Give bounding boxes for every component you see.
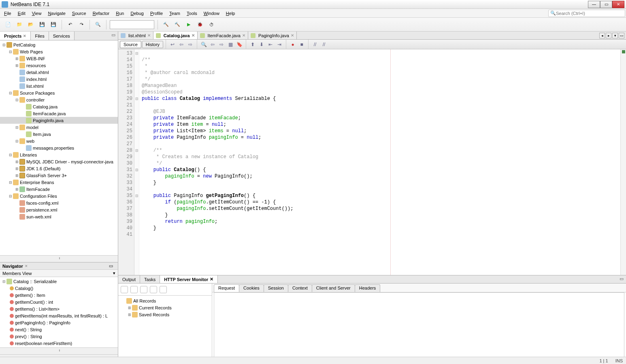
tree-item[interactable]: ⊞resources <box>0 62 118 69</box>
minimize-panel-icon[interactable]: ▭ <box>617 275 626 283</box>
minimize-button[interactable]: — <box>588 1 600 8</box>
navigator-item[interactable]: getNextItems(int maxResults, int firstRe… <box>0 312 118 319</box>
close-icon[interactable]: ✕ <box>242 33 245 38</box>
forward-icon[interactable]: ⇨ <box>186 40 194 49</box>
navigator-item[interactable]: next() : String <box>0 326 118 333</box>
tree-item[interactable]: ⊞JDK 1.6 (Default) <box>0 165 118 172</box>
highlight-icon[interactable]: ▦ <box>226 40 234 49</box>
maximize-editor-icon[interactable]: ▭ <box>619 33 624 38</box>
clean-build-button[interactable]: 🔨 <box>172 20 182 30</box>
horizontal-scrollbar[interactable] <box>0 347 118 354</box>
timestamp-icon[interactable] <box>160 286 167 293</box>
editor-tab[interactable]: list.xhtml✕ <box>118 32 153 39</box>
close-icon[interactable]: ✕ <box>291 33 294 38</box>
navigator-item[interactable]: Catalog() <box>0 285 118 292</box>
shift-left-icon[interactable]: ⇤ <box>266 40 275 49</box>
navigator-item[interactable]: getItems() : List<Item> <box>0 305 118 312</box>
code-area[interactable]: /** * * @author carol mcdonald */ @Manag… <box>139 49 620 275</box>
build-button[interactable]: 🔨 <box>161 20 171 30</box>
close-icon[interactable]: ✕ <box>210 277 213 282</box>
tasks-tab[interactable]: Tasks <box>140 275 160 283</box>
find-sel-icon[interactable]: 🔍 <box>200 40 208 49</box>
quick-search[interactable]: 🔍 <box>548 10 625 17</box>
find-next-icon[interactable]: ⇨ <box>217 40 226 49</box>
tree-item[interactable]: persistence.xml <box>0 206 118 213</box>
tab-list-icon[interactable]: ▾ <box>612 33 618 38</box>
monitor-subtab-request[interactable]: Request <box>214 284 239 292</box>
next-bookmark-icon[interactable]: ⬇ <box>258 40 266 49</box>
tree-item[interactable]: ⊞WEB-INF <box>0 55 118 62</box>
maximize-button[interactable]: ▭ <box>600 1 612 8</box>
monitor-subtab-client-and-server[interactable]: Client and Server <box>312 284 355 292</box>
monitor-subtab-headers[interactable]: Headers <box>355 284 381 292</box>
new-project-button[interactable]: 📁 <box>15 20 24 30</box>
minimize-panel-icon[interactable]: ▭ <box>109 32 118 40</box>
undo-button[interactable]: ↶ <box>65 20 75 30</box>
close-icon[interactable]: ✕ <box>147 33 151 38</box>
back-icon[interactable]: ⇦ <box>177 40 185 49</box>
menu-file[interactable]: File <box>1 10 15 17</box>
error-stripe[interactable] <box>620 49 626 275</box>
close-icon[interactable]: ✕ <box>192 33 195 38</box>
last-edit-icon[interactable]: ↩ <box>168 40 177 49</box>
navigator-root[interactable]: ⊟Catalog :: Serializable <box>0 278 118 285</box>
tree-item[interactable]: ⊟Configuration Files <box>0 193 118 199</box>
monitor-subtab-cookies[interactable]: Cookies <box>239 284 264 292</box>
tree-item[interactable]: ⊟controller <box>0 96 118 103</box>
prev-bookmark-icon[interactable]: ⬆ <box>249 40 257 49</box>
tree-item[interactable]: messages.properties <box>0 144 118 151</box>
macro-stop-icon[interactable]: ■ <box>298 40 306 49</box>
projects-tab[interactable]: Projects✕ <box>0 32 31 40</box>
menu-navigate[interactable]: Navigate <box>45 10 68 17</box>
tree-item[interactable]: index.html <box>0 76 118 83</box>
records-tree[interactable]: All Records ⊞Current Records ⊞Saved Reco… <box>118 296 212 364</box>
tree-item[interactable]: detail.xhtml <box>0 69 118 76</box>
menu-team[interactable]: Team <box>166 10 183 17</box>
navigator-view-select[interactable]: Members View▾ <box>0 270 118 277</box>
navigator-item[interactable]: getItem() : Item <box>0 292 118 298</box>
redo-button[interactable]: ↷ <box>77 20 86 30</box>
fold-column[interactable]: ⊟ ⊟ ⊟ ⊟ ⊟ <box>134 49 139 275</box>
services-tab[interactable]: Services <box>49 32 75 40</box>
tree-item[interactable]: ⊟model <box>0 124 118 131</box>
menu-debug[interactable]: Debug <box>127 10 147 17</box>
http-monitor-tab[interactable]: HTTP Server Monitor✕ <box>160 275 218 283</box>
tree-item[interactable]: sun-web.xml <box>0 213 118 220</box>
open-project-button[interactable]: 📂 <box>26 20 36 30</box>
files-tab[interactable]: Files <box>31 32 49 40</box>
sort-time-icon[interactable] <box>130 286 138 293</box>
tree-item[interactable]: PagingInfo.java <box>0 117 118 124</box>
profile-button[interactable]: ⏱ <box>207 20 216 30</box>
macro-rec-icon[interactable]: ● <box>289 40 297 49</box>
sort-desc-icon[interactable] <box>150 286 157 293</box>
tree-item[interactable]: ⊟web <box>0 138 118 144</box>
editor-tab[interactable]: ItemFacade.java✕ <box>198 32 248 39</box>
editor-tab[interactable]: Catalog.java✕ <box>153 32 198 39</box>
save-button[interactable]: 💾 <box>37 20 47 30</box>
menu-run[interactable]: Run <box>113 10 127 17</box>
tree-item[interactable]: ItemFacade.java <box>0 110 118 117</box>
navigator-item[interactable]: getPagingInfo() : PagingInfo <box>0 319 118 326</box>
navigator-tree[interactable]: ⊟Catalog :: Serializable Catalog()getIte… <box>0 277 118 347</box>
tree-item[interactable]: Catalog.java <box>0 103 118 110</box>
project-tree[interactable]: ⊟PetCatalog⊟Web Pages⊞WEB-INF⊞resourcesd… <box>0 40 118 255</box>
history-view-button[interactable]: History <box>142 41 163 48</box>
editor-tab[interactable]: PagingInfo.java✕ <box>248 32 297 39</box>
tree-item[interactable]: ⊟PetCatalog <box>0 41 118 48</box>
menu-tools[interactable]: Tools <box>183 10 200 17</box>
toggle-bookmark-icon[interactable]: 🔖 <box>235 40 243 49</box>
tree-item[interactable]: list.xhtml <box>0 83 118 89</box>
tree-item[interactable]: ⊟Enterprise Beans <box>0 179 118 186</box>
menu-help[interactable]: Help <box>223 10 238 17</box>
menu-profile[interactable]: Profile <box>147 10 166 17</box>
monitor-subtab-context[interactable]: Context <box>288 284 312 292</box>
uncomment-icon[interactable]: // <box>320 40 328 49</box>
tree-item[interactable]: ⊟Libraries <box>0 151 118 158</box>
navigator-item[interactable]: getItemCount() : int <box>0 298 118 305</box>
output-tab[interactable]: Output <box>118 275 140 283</box>
comment-icon[interactable]: // <box>311 40 319 49</box>
find-button[interactable]: 🔍 <box>93 20 103 30</box>
minimize-panel-icon[interactable]: ▭ <box>106 262 115 269</box>
close-icon[interactable]: ✕ <box>25 264 28 268</box>
tree-item[interactable]: ⊞GlassFish Server 3+ <box>0 172 118 179</box>
